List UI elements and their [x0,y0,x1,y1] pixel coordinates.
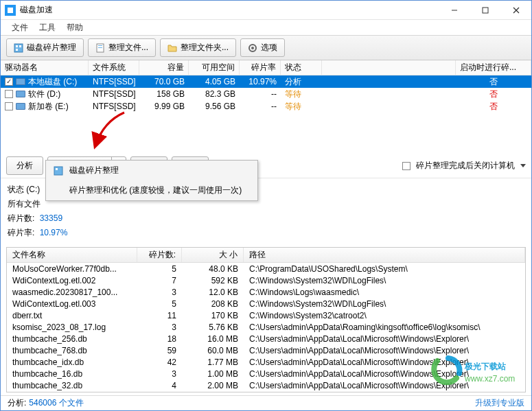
file-frag: 11 [137,311,182,320]
file-size: 48.0 KB [182,264,244,274]
file-frag: 42 [137,357,182,367]
col-drive-name[interactable]: 驱动器名 [1,60,89,75]
drive-checkbox[interactable] [5,90,13,98]
shutdown-checkbox[interactable] [402,162,410,170]
file-frag: 5 [137,264,182,274]
file-size: 1.77 MB [182,357,244,367]
defrag-icon [14,43,23,53]
file-frag: 4 [137,381,182,390]
drive-boot: 否 [456,100,531,113]
svg-rect-6 [16,45,18,47]
col-capacity[interactable]: 容量 [139,60,189,75]
file-path: C:\Windows\System32\WDI\LogFiles\ [244,276,525,285]
drive-frag: -- [240,88,281,100]
file-frag: 18 [137,334,182,344]
file-row[interactable]: thumbcache_idx.db421.77 MBC:\Users\admin… [7,356,525,368]
file-path: C:\Users\admin\AppData\Roaming\kingsoft\… [244,322,525,332]
filecol-name[interactable]: 文件名称 [7,248,137,262]
drive-boot: 否 [456,88,531,100]
statusbar: 分析: 546006 个文件 升级到专业版 [1,395,531,410]
file-name: ksomisc_2023_08_17.log [7,322,137,332]
menu-file[interactable]: 文件 [6,21,34,35]
col-fragrate[interactable]: 碎片率 [240,60,281,75]
file-path: C:\Users\admin\AppData\Local\Microsoft\W… [244,369,525,379]
svg-rect-10 [98,45,102,46]
col-filesystem[interactable]: 文件系统 [89,60,139,75]
dropdown-item-optimize[interactable]: 碎片整理和优化 (速度较慢，建议一周使用一次) [46,180,257,200]
toolbar-options-button[interactable]: 选项 [240,38,285,57]
drive-row[interactable]: 本地磁盘 (C:)NTFS[SSD]70.0 GB4.05 GB10.97%分析… [1,75,531,88]
annotation-arrow [76,111,131,152]
filecol-size[interactable]: 大 小 [182,248,244,262]
file-row[interactable]: thumbcache_768.db5960.0 MBC:\Users\admin… [7,344,525,356]
file-icon [95,43,105,53]
file-name: thumbcache_idx.db [7,357,137,367]
menubar: 文件 工具 帮助 [1,20,531,35]
file-path: C:\Windows\System32\catroot2\ [244,311,525,320]
file-path: C:\Windows\Logs\waasmedic\ [244,287,525,297]
file-row[interactable]: ksomisc_2023_08_17.log35.76 KBC:\Users\a… [7,321,525,333]
file-name: WdiContextLog.etl.002 [7,276,137,285]
window-title: 磁盘加速 [20,4,439,16]
file-path: C:\Users\admin\AppData\Local\Microsoft\W… [244,381,525,390]
drive-cap: 70.0 GB [139,75,189,88]
drives-list: 本地磁盘 (C:)NTFS[SSD]70.0 GB4.05 GB10.97%分析… [1,75,531,113]
drive-cap: 158 GB [139,88,189,100]
file-header: 文件名称 碎片数: 大 小 路径 [7,248,525,263]
drive-free: 9.56 GB [189,100,240,113]
drive-checkbox[interactable] [5,102,13,110]
file-row[interactable]: waasmedic.20230817_100...312.0 KBC:\Wind… [7,286,525,298]
file-row[interactable]: dberr.txt11170 KBC:\Windows\System32\cat… [7,309,525,321]
svg-rect-14 [54,167,62,175]
file-frag: 5 [137,299,182,309]
file-row[interactable]: thumbcache_32.db42.00 MBC:\Users\admin\A… [7,379,525,391]
toolbar-defrag-folders-button[interactable]: 整理文件夹... [160,38,236,57]
file-row[interactable]: MoUsoCoreWorker.77f0db...548.0 KBC:\Prog… [7,263,525,274]
drive-icon [16,78,25,85]
file-row[interactable]: WdiContextLog.etl.0027592 KBC:\Windows\S… [7,274,525,286]
drive-row[interactable]: 软件 (D:)NTFS[SSD]158 GB82.3 GB--等待否 [1,88,531,100]
dropdown-item-defrag[interactable]: 磁盘碎片整理 [46,161,257,180]
analyze-button[interactable]: 分析 [6,156,43,175]
file-size: 16.0 MB [182,334,244,344]
toolbar: 磁盘碎片整理 整理文件... 整理文件夹... 选项 [1,35,531,60]
file-row[interactable]: WdiContextLog.etl.0035208 KBC:\Windows\S… [7,298,525,309]
file-list-panel: 文件名称 碎片数: 大 小 路径 MoUsoCoreWorker.77f0db.… [6,247,526,392]
app-icon [5,5,16,16]
drive-free: 4.05 GB [189,75,240,88]
toolbar-defrag-files-label: 整理文件... [108,42,148,54]
file-row[interactable]: thumbcache_256.db1816.0 MBC:\Users\admin… [7,333,525,344]
drive-status: 分析 [281,75,322,88]
col-spacer [322,60,456,75]
drive-icon [16,103,25,110]
file-frag: 7 [137,276,182,285]
filecol-path[interactable]: 路径 [244,248,525,262]
spacer-area [1,113,531,154]
drive-checkbox[interactable] [5,78,13,86]
close-button[interactable] [500,1,531,20]
filecol-frag[interactable]: 碎片数: [137,248,182,262]
col-free[interactable]: 可用空间 [189,60,240,75]
upgrade-link[interactable]: 升级到专业版 [475,397,524,409]
drive-free: 82.3 GB [189,88,240,100]
file-name: waasmedic.20230817_100... [7,287,137,297]
gear-icon [248,43,257,53]
col-status[interactable]: 状态 [281,60,322,75]
status-left-text: 546006 个文件 [29,397,83,409]
drive-name: 本地磁盘 (C:) [28,76,77,88]
chevron-down-icon[interactable] [520,164,526,167]
file-size: 12.0 KB [182,287,244,297]
col-boot[interactable]: 启动时进行碎... [456,60,531,75]
file-path: C:\Windows\System32\WDI\LogFiles\ [244,299,525,309]
drives-header: 驱动器名 文件系统 容量 可用空间 碎片率 状态 启动时进行碎... [1,60,531,75]
file-size: 2.00 MB [182,381,244,390]
maximize-button[interactable] [470,1,500,20]
toolbar-defrag-files-button[interactable]: 整理文件... [88,38,156,57]
toolbar-defrag-button[interactable]: 磁盘碎片整理 [6,38,84,57]
file-list-body[interactable]: MoUsoCoreWorker.77f0db...548.0 KBC:\Prog… [7,263,525,392]
menu-tools[interactable]: 工具 [34,21,61,35]
svg-rect-2 [483,8,488,13]
file-row[interactable]: thumbcache_16.db31.00 MBC:\Users\admin\A… [7,368,525,379]
menu-help[interactable]: 帮助 [61,21,89,35]
minimize-button[interactable] [439,1,470,20]
